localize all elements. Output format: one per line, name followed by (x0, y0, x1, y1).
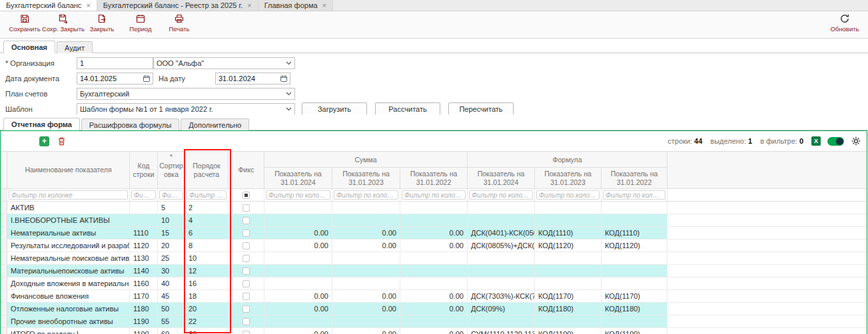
column-header-sort[interactable]: ▲ Сортировка (158, 152, 185, 188)
load-button[interactable]: Загрузить (302, 102, 367, 116)
cell-formula-2023[interactable]: КОД(1170) (535, 290, 602, 302)
tab-additional[interactable]: Дополнительно (181, 118, 249, 130)
cell-fix[interactable] (228, 315, 264, 327)
cell-formula-2023[interactable] (535, 252, 602, 264)
cell-sum-2023[interactable] (332, 252, 400, 264)
close-icon[interactable]: × (322, 2, 326, 9)
cell-name[interactable]: Материальныепоисковые активы (7, 265, 130, 277)
row-selector[interactable] (1, 240, 7, 251)
row-selector[interactable] (1, 265, 7, 277)
close-icon[interactable]: × (247, 2, 251, 9)
cell-sum-2023[interactable] (332, 214, 400, 226)
cell-fix[interactable] (228, 277, 264, 289)
window-tab-main-form[interactable]: Главная форма × (258, 0, 333, 11)
cell-calc-order[interactable]: 10 (185, 252, 228, 264)
table-row[interactable]: Нематериальные активы 1110 15 6 0.00 0.0… (1, 227, 867, 240)
cell-formula-2022[interactable]: КОД(1180) (602, 303, 667, 315)
cell-code[interactable]: 1190 (130, 315, 158, 327)
cell-fix[interactable] (228, 328, 264, 334)
tab-osnovnaya[interactable]: Основная (3, 41, 55, 53)
save-close-button[interactable]: Сохр. Закрыть (44, 13, 83, 33)
recalculate-button[interactable]: Пересчитать (448, 102, 514, 116)
cell-sum-2023[interactable]: 0.00 (332, 240, 400, 251)
cell-sum-2022[interactable]: 0.00 (400, 303, 468, 315)
filter-input-name[interactable] (9, 190, 128, 200)
template-select[interactable]: Шаблон формы №1 от 1 января 2022 г. (77, 103, 295, 115)
cell-name[interactable]: ИТОГО по разделу I (7, 328, 130, 334)
cell-sort[interactable]: 25 (158, 252, 185, 264)
cell-code[interactable] (130, 214, 158, 226)
cell-sort[interactable]: 30 (158, 265, 185, 277)
fix-checkbox[interactable] (242, 267, 250, 275)
chevron-down-icon[interactable] (286, 92, 292, 96)
cell-name[interactable]: I.ВНЕОБОРОТНЫЕ АКТИВЫ (7, 214, 130, 226)
delete-row-button[interactable] (57, 136, 67, 146)
fix-checkbox[interactable] (242, 204, 250, 212)
filter-input-calc-order[interactable] (187, 190, 226, 200)
cell-calc-order[interactable]: 22 (185, 315, 228, 327)
close-icon[interactable]: × (86, 2, 90, 9)
table-row[interactable]: ИТОГО по разделу I 1100 60 30 0.00 0.00 … (1, 328, 867, 334)
excel-export-icon[interactable]: X (811, 136, 821, 146)
cell-formula-2023[interactable] (535, 214, 602, 226)
cell-name[interactable]: Отложенные налоговые активы (7, 303, 130, 315)
cell-calc-order[interactable]: 20 (185, 303, 228, 315)
filter-input-sum-2022[interactable] (402, 190, 466, 200)
filter-input-code[interactable] (131, 190, 156, 200)
cell-sum-2022[interactable]: 0.00 (400, 240, 468, 251)
calendar-picker-button[interactable] (278, 75, 290, 83)
cell-calc-order[interactable]: 6 (185, 227, 228, 239)
cell-sum-2024[interactable] (264, 315, 332, 327)
column-header-formula-2023[interactable]: Показатель на 31.01.2023 (535, 168, 602, 188)
column-header-name[interactable]: Наименование показателя (7, 152, 130, 188)
cell-code[interactable]: 1120 (130, 240, 158, 251)
cell-code[interactable]: 1100 (130, 328, 158, 334)
column-header-formula-2022[interactable]: Показатель на 31.01.2022 (602, 168, 667, 188)
cell-sort[interactable]: 55 (158, 315, 185, 327)
row-selector[interactable] (1, 303, 7, 315)
cell-formula-2023[interactable]: КОД(1110) (535, 227, 602, 239)
cell-sum-2022[interactable]: 0.00 (400, 227, 468, 239)
cell-sum-2022[interactable] (400, 265, 468, 277)
cell-calc-order[interactable]: 18 (185, 290, 228, 302)
fix-checkbox[interactable] (242, 305, 250, 313)
cell-formula-2022[interactable] (602, 252, 667, 264)
cell-formula-2024[interactable]: СУМ(1110,1120,113... (468, 328, 535, 334)
cell-formula-2022[interactable] (602, 202, 667, 214)
cell-sum-2024[interactable]: 0.00 (264, 303, 332, 315)
cell-formula-2024[interactable] (468, 277, 535, 289)
table-row[interactable]: Материальныепоисковые активы 1140 30 12 (1, 265, 867, 277)
toggle-switch[interactable] (827, 137, 844, 146)
filter-input-sum-2024[interactable] (266, 190, 330, 200)
row-selector[interactable] (1, 227, 7, 239)
cell-sum-2023[interactable]: 0.00 (332, 328, 400, 334)
filter-input-formula-2023[interactable] (536, 190, 600, 200)
row-selector[interactable] (1, 328, 7, 334)
cell-sort[interactable]: 5 (158, 202, 185, 214)
organization-code-input[interactable] (77, 57, 153, 69)
cell-name[interactable]: Доходные вложения в материальные ц.. (7, 277, 130, 289)
cell-formula-2024[interactable] (468, 214, 535, 226)
row-selector[interactable] (1, 277, 7, 289)
calendar-picker-button[interactable] (141, 75, 153, 83)
cell-sum-2022[interactable] (400, 252, 468, 264)
filter-fix-checkbox[interactable] (242, 192, 250, 199)
fix-checkbox[interactable] (242, 280, 250, 287)
cell-code[interactable]: 1110 (130, 227, 158, 239)
table-row[interactable]: I.ВНЕОБОРОТНЫЕ АКТИВЫ 10 4 (1, 214, 867, 227)
cell-sum-2024[interactable]: 0.00 (264, 240, 332, 251)
cell-sum-2024[interactable]: 0.00 (264, 227, 332, 239)
table-row[interactable]: Доходные вложения в материальные ц.. 116… (1, 277, 867, 290)
cell-sum-2024[interactable] (264, 277, 332, 289)
row-selector[interactable] (1, 315, 7, 327)
window-tab-balance[interactable]: Бухгалтерский баланс × (0, 0, 97, 11)
cell-name[interactable]: Финансовые вложения (7, 290, 130, 302)
filter-input-sum-2023[interactable] (334, 190, 398, 200)
cell-sum-2023[interactable]: 0.00 (332, 303, 400, 315)
cell-formula-2022[interactable] (602, 265, 667, 277)
calculate-button[interactable]: Рассчитать (375, 102, 440, 116)
cell-fix[interactable] (228, 202, 264, 214)
tab-audit[interactable]: Аудит (57, 41, 93, 53)
table-row[interactable]: Финансовые вложения 1170 45 18 0.00 0.00… (1, 290, 867, 303)
cell-formula-2024[interactable] (468, 202, 535, 214)
